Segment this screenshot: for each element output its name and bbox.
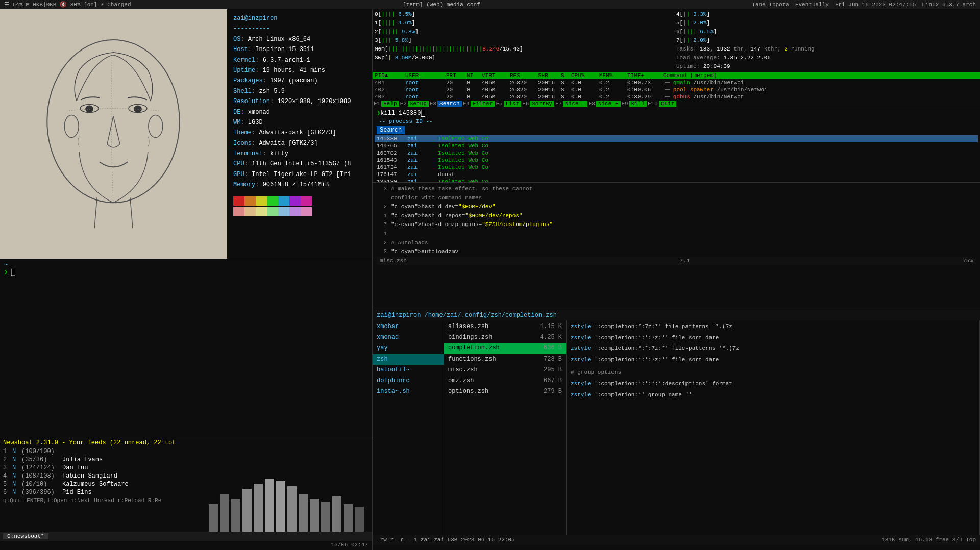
nf-field: DE: xmonad <box>233 107 366 117</box>
color-swatch <box>267 207 278 216</box>
newsboat-timestamp: 16/06 02:47 <box>331 542 368 548</box>
newsboat-item[interactable]: 3N(124/124)Dan Luu <box>0 464 372 472</box>
nf-field: Theme: Adwaita-dark [GTK2/3] <box>233 128 366 138</box>
code-line: 7"c-cyan">hash -d omzplugins="$ZSH/custo… <box>377 220 976 230</box>
htop-area[interactable]: 0[|||| 6.5%] 4[|| 3.3%] 1[|||| 4.6%] 5[|… <box>373 9 980 183</box>
search-result-item[interactable]: 149765zaiIsolated Web Co <box>375 142 978 149</box>
htop-cpu-meters: 0[|||| 6.5%] 4[|| 3.3%] 1[|||| 4.6%] 5[|… <box>373 9 980 72</box>
topbar-kernel: Linux 6.3.7-arch <box>922 2 976 8</box>
search-result-item[interactable]: 183130zaiIsolated Web Co <box>375 178 978 183</box>
color-swatch <box>244 196 256 206</box>
tmux-tab[interactable]: 0:newsboat* <box>3 533 48 539</box>
topbar-status: ☰ 64% ⊞ 0KB|0KB 🔇 80% [on] ⚡ Charged <box>4 1 131 8</box>
ranger-header: zai@inzpiron /home/zai/.config/zsh/compl… <box>373 310 980 320</box>
ranger-dir-item[interactable]: zsh <box>373 354 444 365</box>
nf-field: OS: Arch Linux x86_64 <box>233 34 366 44</box>
ranger-file-item[interactable]: bindings.zsh4.25 K <box>444 332 566 343</box>
newsboat-item[interactable]: 1N(100/100) <box>0 447 372 456</box>
ranger-file-item[interactable]: aliases.zsh1.15 K <box>444 321 566 332</box>
ranger-footer: -rw-r--r-- 1 zai zai 63B 2023-06-15 22:0… <box>373 535 980 545</box>
nf-field: CPU: 11th Gen Intel i5-1135G7 (8 <box>233 159 366 169</box>
svg-rect-0 <box>0 9 227 259</box>
ranger-files: aliases.zsh1.15 Kbindings.zsh4.25 Kcompl… <box>444 321 566 397</box>
svg-rect-21 <box>355 507 364 535</box>
code-line: 2# Autoloads <box>377 239 976 248</box>
ranger-area[interactable]: zai@inzpiron /home/zai/.config/zsh/compl… <box>373 310 980 550</box>
ranger-file-item[interactable]: omz.zsh667 B <box>444 376 566 386</box>
search-result-item[interactable]: 160782zaiIsolated Web Co <box>375 149 978 157</box>
left-pane: zai@inzpiron ---------- OS: Arch Linux x… <box>0 9 373 550</box>
ranger-dir-item[interactable]: insta~.sh <box>373 386 444 397</box>
code-footer-file: misc.zsh <box>380 258 407 264</box>
search-result-item[interactable]: 161734zaiIsolated Web Co <box>375 164 978 171</box>
nf-field: Host: Inspiron 15 3511 <box>233 44 366 55</box>
color-swatch <box>244 207 256 216</box>
table-row: 401 root 20 0 405M 26820 20016 S 0.0 0.2… <box>373 79 980 86</box>
svg-rect-14 <box>276 481 285 535</box>
htop-process-header: PID▲ USER PRI NI VIRT RES SHR S CPU% MEM… <box>373 72 980 79</box>
code-footer-pos: 7,1 <box>680 258 690 264</box>
color-swatch <box>233 196 244 206</box>
nf-field: Resolution: 1920x1080, 1920x1080 <box>233 96 366 107</box>
svg-rect-9 <box>220 494 229 535</box>
ranger-preview-line: zstyle ':completion:*:*:*:*:descriptions… <box>567 379 979 390</box>
terminal-area[interactable]: ~ ❯ █ <box>0 259 372 438</box>
ranger-file-item[interactable]: misc.zsh295 B <box>444 365 566 376</box>
right-pane: 0[|||| 6.5%] 4[|| 3.3%] 1[|||| 4.6%] 5[|… <box>373 9 980 550</box>
ranger-dir-item[interactable]: xmonad <box>373 332 444 343</box>
ranger-preview-col: zstyle ':completion:*:7z:*' file-pattern… <box>567 320 980 535</box>
nf-field: Terminal: kitty <box>233 148 366 159</box>
code-line: 1 <box>377 230 976 239</box>
topbar-right: Tane Ippota Eventually Fri Jun 16 2023 0… <box>752 2 976 8</box>
newsboat-header: Newsboat 2.31.0 - Your feeds (22 unread,… <box>0 438 372 447</box>
ranger-preview-line: zstyle ':completion:*:*:7z:*' file-sort … <box>567 333 979 344</box>
color-swatch <box>289 196 301 206</box>
code-line: 3"c-cyan">autoload zmv <box>377 247 976 257</box>
ranger-preview-line: zstyle ':completion:*:7z:*' file-pattern… <box>567 321 979 333</box>
svg-rect-13 <box>265 479 274 535</box>
ranger-dir-item[interactable]: dolphinrc <box>373 376 444 386</box>
newsboat-chart <box>209 473 372 535</box>
search-result-item[interactable]: 145380zaiIsolated Web Co <box>375 135 978 142</box>
color-swatch <box>256 196 267 206</box>
topbar-user: Tane Ippota <box>752 2 789 8</box>
main-layout: zai@inzpiron ---------- OS: Arch Linux x… <box>0 9 980 550</box>
color-swatch <box>278 196 289 206</box>
search-result-item[interactable]: 176147zaidunst <box>375 171 978 178</box>
term-cursor: █ <box>11 269 15 276</box>
ranger-dir-item[interactable]: baloofil~ <box>373 365 444 376</box>
newsboat-area[interactable]: Newsboat 2.31.0 - Your feeds (22 unread,… <box>0 438 372 550</box>
htop-search-panel: ❯ kill 145380 █ -- process ID -- Search … <box>373 107 980 183</box>
ranger-file-item[interactable]: completion.zsh636 B <box>444 343 566 354</box>
kill-comment: -- process ID -- <box>375 118 978 125</box>
kill-input[interactable]: kill 145380 <box>380 110 421 117</box>
newsboat-item[interactable]: 2N(35/36)Julia Evans <box>0 456 372 464</box>
ranger-preview-line: zstyle ':completion:*:*:7z:*' file-patte… <box>567 343 979 355</box>
code-line: 2"c-cyan">hash -d dev="$HOME/dev" <box>377 203 976 212</box>
htop-function-bar: F1Help F2Setup F3Search F4Filter F5List … <box>373 101 980 107</box>
code-panel[interactable]: 3# makes these take effect. so these can… <box>373 183 980 310</box>
term-prompt-symbol: ~ <box>4 261 8 268</box>
svg-rect-10 <box>231 499 240 535</box>
nf-field: Icons: Adwaita [GTK2/3] <box>233 138 366 148</box>
ranger-dir-item[interactable]: xmobar <box>373 321 444 332</box>
svg-rect-18 <box>321 502 330 535</box>
ranger-file-item[interactable]: functions.zsh728 B <box>444 354 566 365</box>
topbar-title: [term] (web) media conf <box>403 2 480 8</box>
color-swatch <box>301 196 312 206</box>
nf-field: WM: LG3D <box>233 117 366 128</box>
ranger-footer-info: 181K sum, 16.6G free 3/9 Top <box>881 537 976 543</box>
color-swatch <box>278 207 289 216</box>
ranger-files-col: aliases.zsh1.15 Kbindings.zsh4.25 Kcompl… <box>444 320 567 535</box>
htop-process-list: 401 root 20 0 405M 26820 20016 S 0.0 0.2… <box>373 79 980 101</box>
search-result-item[interactable]: 161543zaiIsolated Web Co <box>375 157 978 164</box>
topbar-datetime: Fri Jun 16 2023 02:47:55 <box>835 2 916 8</box>
nf-field: Shell: zsh 5.9 <box>233 86 366 96</box>
svg-rect-12 <box>254 484 263 535</box>
color-swatch <box>256 207 267 216</box>
table-row: 403 root 20 0 405M 26820 20016 S 0.0 0.2… <box>373 93 980 101</box>
color-swatch <box>301 207 312 216</box>
nf-field: Uptime: 19 hours, 41 mins <box>233 65 366 76</box>
ranger-dir-item[interactable]: yay <box>373 343 444 354</box>
ranger-file-item[interactable]: options.zsh279 B <box>444 386 566 397</box>
